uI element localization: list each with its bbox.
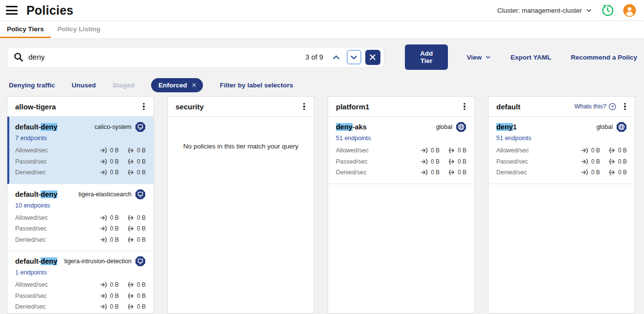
filter-chip-filter-by-label-selectors[interactable]: Filter by label selectors <box>220 82 293 89</box>
endpoints-link[interactable]: 7 endpoints <box>15 135 146 142</box>
filter-chip-unused[interactable]: Unused <box>72 82 96 89</box>
tier-title: default <box>496 103 520 111</box>
egress-bytes: 0 B <box>458 169 466 176</box>
avatar[interactable] <box>623 4 636 17</box>
hamburger-menu-icon[interactable] <box>6 6 18 15</box>
egress-icon <box>127 303 134 311</box>
search-prev-button[interactable] <box>329 50 344 64</box>
ingress-bytes: 0 B <box>110 236 119 243</box>
metric-row: Passed/sec0 B0 B <box>496 156 627 167</box>
filter-chip-denying-traffic[interactable]: Denying traffic <box>9 82 55 89</box>
search-input[interactable] <box>28 53 306 62</box>
tier-title: platform1 <box>336 103 369 111</box>
metric-values: 0 B0 B <box>100 303 146 311</box>
cluster-selector-label: Cluster: management-cluster <box>497 7 582 14</box>
ingress-icon <box>100 292 108 300</box>
egress-icon <box>127 225 134 232</box>
endpoints-link[interactable]: 10 endpoints <box>15 202 146 209</box>
ingress-bytes: 0 B <box>110 281 119 288</box>
endpoints-link[interactable]: 1 endpoints <box>15 269 146 276</box>
tier-column-allow-tigera: allow-tigeradefault-denycalico-system7 e… <box>7 96 154 314</box>
cluster-selector[interactable]: Cluster: management-cluster <box>497 7 592 14</box>
ingress-icon <box>100 158 108 166</box>
kebab-menu-icon[interactable] <box>139 101 149 112</box>
policy-card-header: deny1global <box>496 122 627 132</box>
ingress-bytes: 0 B <box>110 303 119 310</box>
egress-icon <box>447 147 455 154</box>
egress-icon <box>127 281 134 289</box>
metric-label: Allowed/sec <box>336 147 369 154</box>
metric-label: Passed/sec <box>15 293 47 299</box>
recommend-policy-button[interactable]: Recommend a Policy <box>571 54 637 61</box>
metric-row: Allowed/sec0 B0 B <box>496 145 627 156</box>
policy-card[interactable]: deny1global51 endpointsAllowed/sec0 B0 B… <box>489 117 635 184</box>
ingress-bytes: 0 B <box>431 147 440 154</box>
policy-name-highlight: deny <box>41 257 57 265</box>
tab-policy-tiers[interactable]: Policy Tiers <box>0 21 51 38</box>
metric-row: Passed/sec0 B0 B <box>15 291 146 302</box>
endpoints-link[interactable]: 51 endpoints <box>336 135 466 142</box>
page-title: Policies <box>26 3 73 18</box>
egress-value: 0 B <box>127 214 146 222</box>
metric-row: Allowed/sec0 B0 B <box>15 212 146 224</box>
ingress-value: 0 B <box>100 303 119 311</box>
tier-header-actions <box>139 101 149 112</box>
policy-card[interactable]: default-denytigera-elasticsearch10 endpo… <box>7 184 154 251</box>
kebab-menu-icon[interactable] <box>620 101 630 112</box>
policy-name-highlight: deny <box>496 123 513 131</box>
tier-column-default: defaultWhats this??deny1global51 endpoin… <box>488 96 635 314</box>
metric-label: Denied/sec <box>15 303 46 310</box>
ingress-bytes: 0 B <box>591 169 600 176</box>
toolbar: 3 of 9 Add Tier View Export YAML Recomme… <box>0 38 644 92</box>
history-icon[interactable] <box>601 4 614 17</box>
close-icon[interactable]: ✕ <box>192 82 197 88</box>
ingress-bytes: 0 B <box>110 293 119 299</box>
tier-header: allow-tigera <box>7 97 154 117</box>
kebab-menu-icon[interactable] <box>460 101 469 112</box>
egress-value: 0 B <box>608 147 627 154</box>
policy-card[interactable]: default-denycalico-system7 endpointsAllo… <box>7 117 154 184</box>
policy-card[interactable]: default-denytigera-intrusion-detection1 … <box>7 251 154 313</box>
policy-scope: calico-system <box>94 122 146 132</box>
metric-row: Denied/sec0 B0 B <box>336 167 466 178</box>
egress-bytes: 0 B <box>458 158 466 165</box>
tier-policy-list: No policies in this tier match your quer… <box>168 117 314 313</box>
metric-row: Passed/sec0 B0 B <box>15 156 146 167</box>
ingress-value: 0 B <box>421 168 440 176</box>
policy-card[interactable]: deny-aksglobal51 endpointsAllowed/sec0 B… <box>328 117 474 184</box>
metric-values: 0 B0 B <box>100 158 146 166</box>
ingress-icon <box>421 168 428 176</box>
policy-name: default-deny <box>15 190 57 198</box>
policy-scope: tigera-elasticsearch <box>79 189 146 200</box>
metric-label: Passed/sec <box>15 158 47 165</box>
export-yaml-button[interactable]: Export YAML <box>511 54 551 61</box>
namespace-icon <box>135 189 146 200</box>
ingress-value: 0 B <box>100 236 119 244</box>
tier-header: security <box>168 97 314 117</box>
kebab-menu-icon[interactable] <box>299 101 309 112</box>
egress-value: 0 B <box>447 147 466 154</box>
metric-label: Passed/sec <box>15 225 47 232</box>
whats-this-link[interactable]: Whats this?? <box>575 103 616 110</box>
policy-card-header: default-denytigera-elasticsearch <box>15 189 146 200</box>
filter-chip-enforced[interactable]: Enforced✕ <box>151 78 203 92</box>
view-dropdown[interactable]: View <box>466 54 491 61</box>
tier-board: allow-tigeradefault-denycalico-system7 e… <box>0 92 644 314</box>
endpoints-link[interactable]: 51 endpoints <box>496 135 627 142</box>
ingress-value: 0 B <box>421 158 440 166</box>
egress-bytes: 0 B <box>458 147 466 154</box>
add-tier-button[interactable]: Add Tier <box>405 44 448 70</box>
tier-policy-list: deny-aksglobal51 endpointsAllowed/sec0 B… <box>328 117 474 313</box>
search-clear-button[interactable] <box>365 50 380 65</box>
policy-scope-label: calico-system <box>94 124 132 130</box>
metric-label: Allowed/sec <box>15 214 48 221</box>
egress-icon <box>127 236 134 244</box>
egress-bytes: 0 B <box>137 293 146 299</box>
tab-policy-listing[interactable]: Policy Listing <box>51 21 108 38</box>
egress-icon <box>127 214 134 222</box>
search-next-button[interactable] <box>347 50 361 64</box>
egress-bytes: 0 B <box>137 169 146 176</box>
policy-name-text: 1 <box>513 123 517 131</box>
policy-name-highlight: deny <box>41 190 57 198</box>
policy-scope: global <box>597 122 627 132</box>
